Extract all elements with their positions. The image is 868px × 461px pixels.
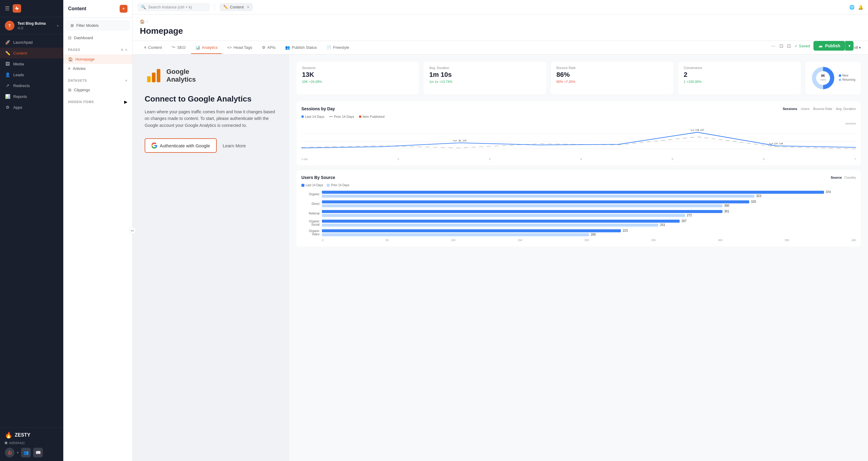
version-select[interactable]: v8 ▾ <box>854 45 861 50</box>
svg-text:v12: v12 <box>453 139 467 142</box>
clippings-item[interactable]: ⊞ Clippings <box>63 85 132 95</box>
power-button[interactable]: ⏻ <box>5 448 14 457</box>
bar-group: 301 272 <box>322 210 856 217</box>
bar-group: 374 323 <box>322 190 856 198</box>
tab-content[interactable]: ≡ Content <box>140 41 166 54</box>
view-toggle-icon[interactable]: ⊡ <box>779 43 783 49</box>
sidebar-item-launchpad[interactable]: 🚀 Launchpad <box>0 37 63 48</box>
globe-icon[interactable]: 🌐 <box>849 5 855 10</box>
homepage-item[interactable]: 🏠 Homepage <box>63 55 132 64</box>
bounce-rate-stat: Bounce Rate 86% 80% +7.20% <box>551 62 673 94</box>
ga-line2: Analytics <box>166 75 196 84</box>
sidebar-item-media[interactable]: 🖼 Media <box>0 58 63 69</box>
hidden-section-header: HIDDEN ITEMS ▶ <box>63 97 132 107</box>
dashboard-icon: ⊡ <box>68 36 71 40</box>
publish-label: Publish <box>825 43 840 48</box>
content-tab[interactable]: ✏️ Content ✕ <box>220 3 253 11</box>
sessions-chart-tab[interactable]: Sessions <box>783 107 797 111</box>
dropdown-arrow[interactable]: ▾ <box>17 451 19 455</box>
last14-dot <box>301 115 304 118</box>
tab-analytics-icon: 📊 <box>195 45 200 50</box>
donut-legend: New Returning <box>839 74 855 82</box>
search-bar[interactable]: 🔍 Search Instance (ctrl + k) <box>137 3 210 11</box>
prior14-legend: Prior 14 Days <box>329 115 354 118</box>
top-nav-right: 🌐 🔔 <box>849 5 863 10</box>
source-tab[interactable]: Source <box>831 176 842 179</box>
duration-chart-tab[interactable]: Avg. Duration <box>836 107 856 111</box>
current-bar-row: 374 <box>322 190 856 194</box>
x-axis-tick: 350 <box>784 239 789 242</box>
analytics-body: Google Analytics Connect to Google Analy… <box>133 55 868 461</box>
tab-seo-icon: 〜 <box>172 44 176 50</box>
list-view-icon[interactable]: ≡ <box>121 47 123 52</box>
country-tab[interactable]: Country <box>844 176 856 179</box>
more-options-icon[interactable]: ··· <box>771 43 776 49</box>
tab-head-tags-icon: <> <box>227 45 232 50</box>
dashboard-item[interactable]: ⊡ Dashboard <box>63 33 132 42</box>
articles-label: Articles <box>73 66 86 71</box>
filter-models-button[interactable]: ⊞ Filter Models <box>66 20 130 31</box>
sidebar-item-label: Leads <box>13 72 24 77</box>
saved-label: Saved <box>799 44 810 48</box>
add-page-icon[interactable]: + <box>125 47 127 52</box>
sidebar-header: ☰ <box>0 0 63 17</box>
prior14-line <box>329 116 333 117</box>
last14-bar-dot <box>301 184 304 187</box>
sidebar-item-label: Media <box>13 62 24 66</box>
tab-freestyle-label: Freestyle <box>333 45 349 50</box>
add-content-button[interactable]: + <box>120 5 127 13</box>
prior-bar <box>322 195 754 198</box>
clippings-label: Clippings <box>74 88 90 92</box>
publish-dropdown[interactable]: ▾ <box>845 41 854 51</box>
line-chart-svg: v12 v32 v23 <box>301 126 856 156</box>
main-area: 🔍 Search Instance (ctrl + k) ✏️ Content … <box>133 0 868 461</box>
sidebar-item-content[interactable]: ✏️ Content <box>0 48 63 58</box>
tab-analytics[interactable]: 📊 Analytics <box>191 41 222 54</box>
team-button[interactable]: 👥 <box>21 448 31 457</box>
tab-analytics-label: Analytics <box>202 45 218 50</box>
users-by-source-chart: Users By Source Source Country Last 14 D… <box>297 170 861 246</box>
user-info: Test Blog Bulma #LB <box>18 21 54 30</box>
tab-freestyle[interactable]: 📄 Freestyle <box>322 41 353 54</box>
authenticate-google-button[interactable]: Authenticate with Google <box>145 138 217 153</box>
user-profile[interactable]: T Test Blog Bulma #LB ▾ <box>0 17 63 34</box>
svg-rect-1 <box>152 72 156 82</box>
pages-section-actions: ≡ + <box>121 47 127 52</box>
last14-label: Last 14 Days <box>305 115 324 118</box>
ga-line1: Google <box>166 68 196 75</box>
new-users-legend: New <box>839 74 855 77</box>
new-dot <box>839 74 841 77</box>
collapse-sidebar-button[interactable]: «» <box>129 227 136 234</box>
x-axis-labels: 1 Apr234567 <box>301 156 856 161</box>
sidebar-item-reports[interactable]: 📊 Reports <box>0 91 63 102</box>
expand-hidden-icon[interactable]: ▶ <box>124 99 127 104</box>
close-tab-icon[interactable]: ✕ <box>247 5 249 9</box>
current-value: 267 <box>681 219 687 223</box>
sidebar-nav: 🚀 Launchpad ✏️ Content 🖼 Media 👤 Leads ↗… <box>0 34 63 428</box>
hamburger-icon[interactable]: ☰ <box>5 5 10 12</box>
sidebar-item-redirects[interactable]: ↗ Redirects <box>0 80 63 91</box>
returning-users-legend: Returning <box>839 78 855 81</box>
users-chart-tab[interactable]: Users <box>801 107 809 111</box>
bounce-chart-tab[interactable]: Bounce Rate <box>813 107 832 111</box>
home-breadcrumb-icon[interactable]: 🏠 <box>140 19 145 24</box>
docs-button[interactable]: 📖 <box>33 448 43 457</box>
version-dropdown-icon: ▾ <box>859 45 861 50</box>
tab-apis[interactable]: ⚙ APIs <box>258 41 280 54</box>
articles-item[interactable]: ≡ Articles <box>63 64 132 73</box>
conversions-value: 2 <box>684 71 795 79</box>
sidebar-item-apps[interactable]: ⚙ Apps <box>0 102 63 113</box>
header-actions: ··· ⊡ ⊡ ✓ Saved ☁ Publish ▾ <box>771 41 854 51</box>
tab-head-tags[interactable]: <> Head Tags <box>223 41 256 54</box>
datasets-section-title: DATASETS <box>68 79 87 82</box>
publish-button[interactable]: ☁ Publish <box>813 41 845 51</box>
x-axis-tick: 200 <box>584 239 589 242</box>
add-dataset-icon[interactable]: + <box>125 78 127 83</box>
learn-more-link[interactable]: Learn More <box>223 143 246 148</box>
preview-icon[interactable]: ⊡ <box>787 43 791 49</box>
sidebar-item-leads[interactable]: 👤 Leads <box>0 69 63 80</box>
hidden-section-title: HIDDEN ITEMS <box>68 100 94 104</box>
tab-publish-status[interactable]: 👥 Publish Status <box>281 41 321 54</box>
tab-seo[interactable]: 〜 SEO <box>167 41 190 54</box>
notification-icon[interactable]: 🔔 <box>858 5 863 10</box>
